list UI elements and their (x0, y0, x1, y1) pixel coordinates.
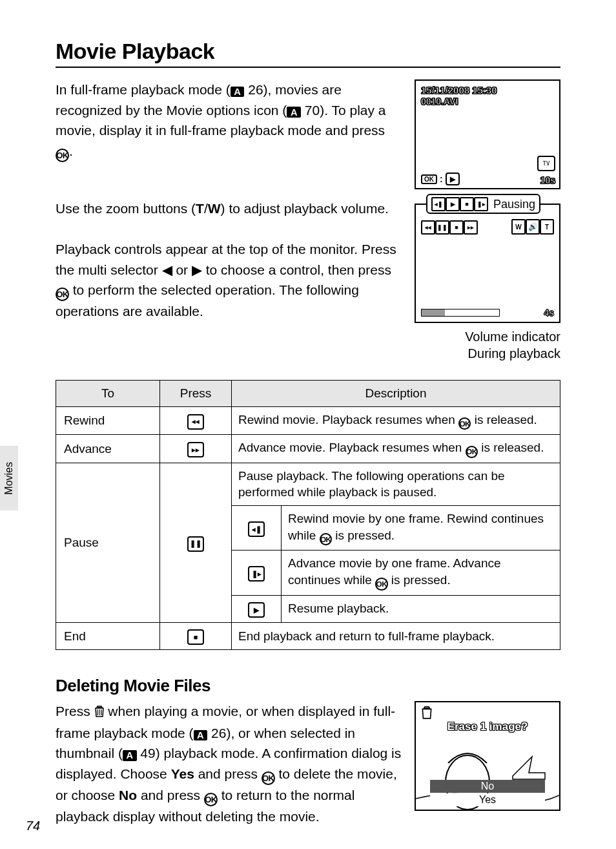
ok-icon: OK (262, 771, 275, 785)
pausing-popup: ◂❚▶■❚▸ Pausing (426, 194, 540, 214)
op-desc: Advance movie by one frame. Advance cont… (282, 550, 560, 595)
lcd-playback: ◂◂❚❚■▸▸ W🔊T 4s (415, 204, 560, 323)
ok-icon: OK (320, 533, 332, 545)
op-desc: Rewind movie by one frame. Rewind contin… (282, 506, 560, 550)
col-to: To (56, 381, 160, 407)
table-row: Rewind ◂◂ Rewind movie. Playback resumes… (56, 406, 560, 435)
op-label: Rewind (56, 406, 160, 435)
lcd-delete-dialog: Erase 1 image? No Yes (415, 701, 560, 811)
op-symbol: ▶ (232, 595, 282, 622)
op-symbol: ◂◂ (160, 406, 232, 435)
op-symbol: ▸▸ (160, 435, 232, 463)
ok-icon: OK (458, 417, 471, 430)
op-desc: Advance movie. Playback resumes when OK … (232, 435, 560, 463)
table-row: Advance ▸▸ Advance movie. Playback resum… (56, 435, 560, 463)
lcd-filename: 0010.AVI (421, 96, 458, 107)
col-press: Press (160, 381, 232, 407)
op-label: Pause (56, 463, 160, 622)
lcd-bottom-controls: OK : ▶ (421, 173, 460, 185)
pausing-label: Pausing (493, 198, 535, 211)
op-symbol: ◂❚ (232, 506, 282, 550)
reference-icon: A (123, 750, 137, 760)
zoom-w: W (208, 201, 221, 216)
option-no: No (430, 780, 545, 793)
control-strip-icon: ◂◂❚❚■▸▸ (421, 220, 478, 235)
prompt-text: Erase 1 image? (416, 720, 559, 733)
ok-icon: OK (56, 149, 69, 162)
left-arrow-icon: ◀ (162, 262, 172, 277)
table-row: Pause ❚❚ Pause playback. The following o… (56, 463, 560, 505)
section-heading: Deleting Movie Files (56, 676, 560, 696)
op-symbol: ❚❚ (160, 463, 232, 622)
lcd-preview: 15/11/2008 15:30 0010.AVI TV OK : ▶ 10s (415, 79, 560, 189)
op-desc: End playback and return to full-frame pl… (232, 623, 560, 650)
movie-mode-icon: TV (537, 156, 555, 171)
advance-icon: ▸▸ (187, 442, 204, 457)
ok-icon: OK (56, 288, 69, 301)
pause-icon: ❚❚ (187, 536, 204, 552)
zoom-t: T (196, 201, 204, 216)
delete-paragraph: Press when playing a movie, or when disp… (56, 701, 403, 826)
rewind-icon: ◂◂ (187, 414, 204, 430)
side-tab: Movies (0, 446, 18, 510)
trash-icon (421, 706, 433, 722)
progress-bar (421, 309, 500, 317)
manual-page: Movies Movie Playback In full-frame play… (0, 0, 616, 849)
lcd-time: 10s (540, 175, 555, 185)
play-icon: ▶ (248, 602, 265, 618)
table-header-row: To Press Description (56, 381, 560, 407)
intro-paragraph: In full-frame playback mode (A 26), movi… (56, 79, 402, 162)
no-label: No (119, 788, 137, 802)
op-label: Advance (56, 435, 160, 463)
option-yes: Yes (430, 793, 545, 806)
lcd-date: 15/11/2008 15:30 (421, 85, 497, 96)
reference-icon: A (231, 87, 245, 97)
frame-rewind-icon: ◂❚ (248, 521, 265, 537)
reference-icon: A (287, 107, 301, 117)
page-title: Movie Playback (56, 39, 560, 64)
operations-table: To Press Description Rewind ◂◂ Rewind mo… (56, 380, 560, 650)
ok-icon: OK (375, 578, 387, 590)
op-desc: Rewind movie. Playback resumes when OK i… (232, 406, 560, 435)
control-strip-icon: ◂❚▶■❚▸ (431, 197, 488, 211)
frame-advance-icon: ❚▸ (248, 566, 265, 582)
volume-icons: W🔊T (511, 219, 554, 235)
op-symbol: ■ (160, 623, 232, 650)
ok-icon: OK (466, 446, 478, 458)
side-tab-label: Movies (3, 462, 15, 495)
col-desc: Description (232, 381, 560, 407)
diagram-caption: Volume indicator During playback (415, 328, 560, 362)
yes-label: Yes (171, 766, 194, 781)
ok-icon: OK (204, 793, 218, 806)
stop-icon: ■ (187, 629, 204, 645)
op-desc: Resume playback. (282, 595, 560, 622)
op-desc: Pause playback. The following operations… (232, 463, 560, 505)
title-rule (56, 67, 560, 68)
right-arrow-icon: ▶ (192, 262, 202, 277)
lcd-time: 4s (544, 308, 554, 318)
op-label: End (56, 623, 160, 650)
trash-icon (94, 702, 105, 723)
controls-paragraph: Use the zoom buttons (T/W) to adjust pla… (56, 198, 402, 322)
op-symbol: ❚▸ (232, 550, 282, 595)
page-number: 74 (26, 819, 40, 833)
table-row: End ■ End playback and return to full-fr… (56, 623, 560, 650)
reference-icon: A (194, 730, 208, 740)
